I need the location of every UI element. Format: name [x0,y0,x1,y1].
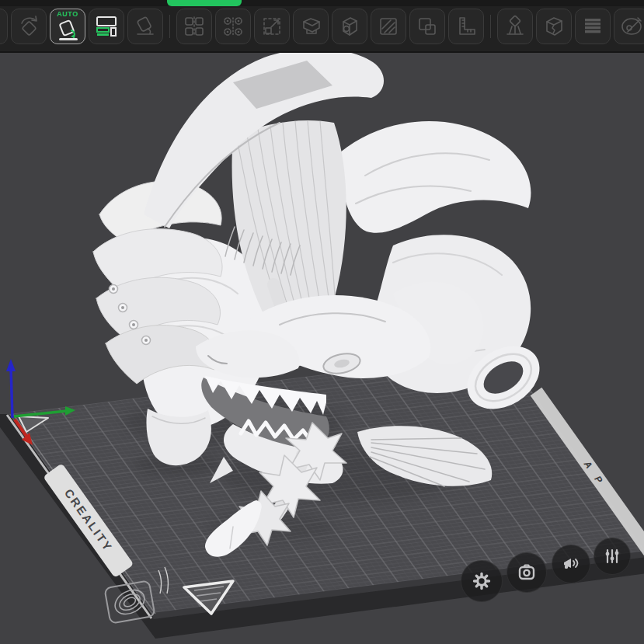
arrange-grid-button[interactable] [215,9,251,44]
arrange-grid-icon [220,13,246,40]
layers-button[interactable] [575,9,611,44]
lay-flat-icon [132,13,158,40]
announcement-quick-button[interactable] [552,545,590,583]
auto-label: AUTO [50,10,85,18]
notification-pill [167,0,242,6]
clone-icon [414,13,440,40]
gear-icon [472,571,492,591]
camera-box-icon [517,563,536,582]
arrange-icon [181,13,207,40]
clone-button[interactable] [409,9,445,44]
toolbar-button-partial[interactable] [0,9,8,44]
layers-icon [580,13,606,40]
split-button[interactable] [536,9,572,44]
record-quick-button[interactable] [506,552,547,593]
measure-button[interactable] [448,9,484,44]
split-icon [541,13,567,40]
top-toolbar: AUTO [0,0,644,53]
support-button[interactable] [497,9,533,44]
drop-to-plate-button[interactable] [293,9,329,44]
plate-layout-button[interactable] [89,9,124,44]
arrange-button[interactable] [176,9,212,44]
measure-icon [453,13,479,40]
cube-view-icon [336,13,363,40]
settings-quick-button[interactable] [461,560,503,602]
paint-button[interactable] [614,9,644,44]
support-icon [502,13,528,40]
scale-icon [259,13,285,40]
drop-to-plate-icon [298,13,324,40]
sliders-icon [603,547,621,566]
toolbar-divider [169,15,170,38]
toolbar-divider [490,15,491,38]
paint-icon [618,13,644,40]
rotate-button[interactable] [11,9,47,44]
adjust-quick-button[interactable] [594,538,631,575]
lay-flat-button[interactable] [127,9,163,44]
megaphone-icon [562,555,580,573]
hatch-fill-button[interactable] [371,9,406,44]
scale-button[interactable] [254,9,290,44]
auto-orient-button[interactable]: AUTO [50,9,85,44]
auto-active-underline [59,38,78,40]
toolbar-button-row: AUTO [3,9,644,44]
viewport-canvas[interactable]: CREALITY A P Smooth plate A PLUS [0,51,644,644]
cube-view-button[interactable] [332,9,367,44]
plate-layout-icon [93,13,120,40]
hatch-fill-icon [375,13,402,40]
rotate-icon [16,13,42,40]
